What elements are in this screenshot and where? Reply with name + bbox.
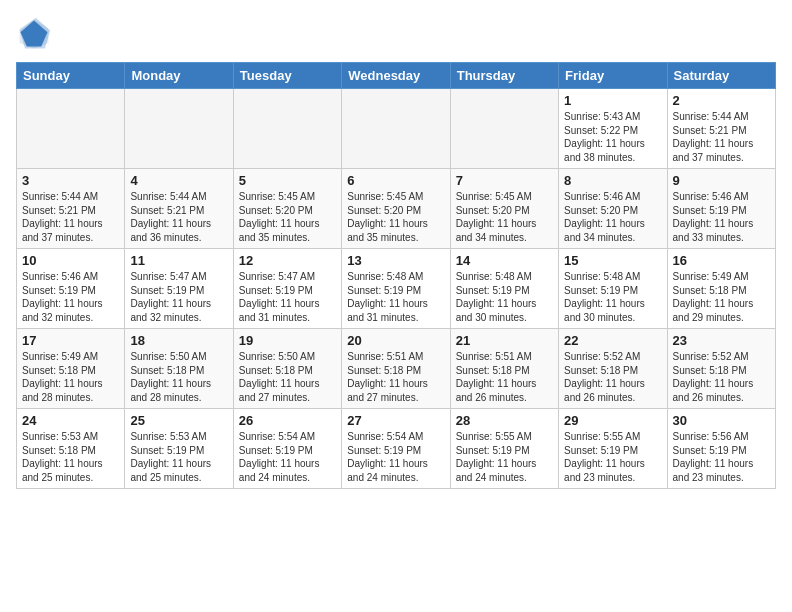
day-number: 28 [456,413,553,428]
day-number: 11 [130,253,227,268]
weekday-header: Monday [125,63,233,89]
weekday-header: Friday [559,63,667,89]
calendar-cell [233,89,341,169]
day-number: 7 [456,173,553,188]
calendar-header-row: SundayMondayTuesdayWednesdayThursdayFrid… [17,63,776,89]
calendar-cell: 30Sunrise: 5:56 AM Sunset: 5:19 PM Dayli… [667,409,775,489]
day-info: Sunrise: 5:46 AM Sunset: 5:19 PM Dayligh… [22,270,119,324]
day-number: 29 [564,413,661,428]
day-info: Sunrise: 5:48 AM Sunset: 5:19 PM Dayligh… [564,270,661,324]
day-number: 23 [673,333,770,348]
calendar-cell: 19Sunrise: 5:50 AM Sunset: 5:18 PM Dayli… [233,329,341,409]
day-number: 6 [347,173,444,188]
day-number: 9 [673,173,770,188]
weekday-header: Wednesday [342,63,450,89]
calendar-cell: 13Sunrise: 5:48 AM Sunset: 5:19 PM Dayli… [342,249,450,329]
day-number: 1 [564,93,661,108]
calendar-cell: 6Sunrise: 5:45 AM Sunset: 5:20 PM Daylig… [342,169,450,249]
day-number: 3 [22,173,119,188]
day-number: 13 [347,253,444,268]
day-number: 27 [347,413,444,428]
day-info: Sunrise: 5:44 AM Sunset: 5:21 PM Dayligh… [673,110,770,164]
day-info: Sunrise: 5:45 AM Sunset: 5:20 PM Dayligh… [239,190,336,244]
day-number: 5 [239,173,336,188]
calendar-cell: 18Sunrise: 5:50 AM Sunset: 5:18 PM Dayli… [125,329,233,409]
weekday-header: Tuesday [233,63,341,89]
day-info: Sunrise: 5:48 AM Sunset: 5:19 PM Dayligh… [347,270,444,324]
day-number: 25 [130,413,227,428]
day-info: Sunrise: 5:52 AM Sunset: 5:18 PM Dayligh… [673,350,770,404]
day-number: 14 [456,253,553,268]
calendar-cell: 11Sunrise: 5:47 AM Sunset: 5:19 PM Dayli… [125,249,233,329]
calendar-cell: 27Sunrise: 5:54 AM Sunset: 5:19 PM Dayli… [342,409,450,489]
day-info: Sunrise: 5:43 AM Sunset: 5:22 PM Dayligh… [564,110,661,164]
day-number: 10 [22,253,119,268]
calendar-cell: 17Sunrise: 5:49 AM Sunset: 5:18 PM Dayli… [17,329,125,409]
calendar-week-row: 10Sunrise: 5:46 AM Sunset: 5:19 PM Dayli… [17,249,776,329]
calendar-cell: 23Sunrise: 5:52 AM Sunset: 5:18 PM Dayli… [667,329,775,409]
calendar-cell: 15Sunrise: 5:48 AM Sunset: 5:19 PM Dayli… [559,249,667,329]
day-info: Sunrise: 5:47 AM Sunset: 5:19 PM Dayligh… [130,270,227,324]
day-info: Sunrise: 5:44 AM Sunset: 5:21 PM Dayligh… [130,190,227,244]
calendar-cell: 8Sunrise: 5:46 AM Sunset: 5:20 PM Daylig… [559,169,667,249]
calendar-cell: 5Sunrise: 5:45 AM Sunset: 5:20 PM Daylig… [233,169,341,249]
day-info: Sunrise: 5:48 AM Sunset: 5:19 PM Dayligh… [456,270,553,324]
calendar-cell [125,89,233,169]
calendar-cell: 7Sunrise: 5:45 AM Sunset: 5:20 PM Daylig… [450,169,558,249]
day-info: Sunrise: 5:55 AM Sunset: 5:19 PM Dayligh… [564,430,661,484]
calendar-cell: 29Sunrise: 5:55 AM Sunset: 5:19 PM Dayli… [559,409,667,489]
calendar-cell: 4Sunrise: 5:44 AM Sunset: 5:21 PM Daylig… [125,169,233,249]
day-number: 21 [456,333,553,348]
calendar-cell: 10Sunrise: 5:46 AM Sunset: 5:19 PM Dayli… [17,249,125,329]
day-number: 8 [564,173,661,188]
logo [16,16,58,52]
day-info: Sunrise: 5:51 AM Sunset: 5:18 PM Dayligh… [456,350,553,404]
calendar-week-row: 3Sunrise: 5:44 AM Sunset: 5:21 PM Daylig… [17,169,776,249]
calendar-cell [17,89,125,169]
day-number: 12 [239,253,336,268]
day-number: 4 [130,173,227,188]
day-info: Sunrise: 5:45 AM Sunset: 5:20 PM Dayligh… [456,190,553,244]
day-number: 2 [673,93,770,108]
calendar-cell: 21Sunrise: 5:51 AM Sunset: 5:18 PM Dayli… [450,329,558,409]
day-number: 26 [239,413,336,428]
day-number: 19 [239,333,336,348]
day-info: Sunrise: 5:46 AM Sunset: 5:19 PM Dayligh… [673,190,770,244]
day-number: 20 [347,333,444,348]
day-info: Sunrise: 5:51 AM Sunset: 5:18 PM Dayligh… [347,350,444,404]
calendar-cell: 25Sunrise: 5:53 AM Sunset: 5:19 PM Dayli… [125,409,233,489]
day-info: Sunrise: 5:52 AM Sunset: 5:18 PM Dayligh… [564,350,661,404]
day-number: 24 [22,413,119,428]
calendar-cell: 3Sunrise: 5:44 AM Sunset: 5:21 PM Daylig… [17,169,125,249]
page-header [16,16,776,52]
day-number: 30 [673,413,770,428]
calendar-cell: 12Sunrise: 5:47 AM Sunset: 5:19 PM Dayli… [233,249,341,329]
day-number: 16 [673,253,770,268]
day-info: Sunrise: 5:55 AM Sunset: 5:19 PM Dayligh… [456,430,553,484]
weekday-header: Saturday [667,63,775,89]
calendar-cell: 9Sunrise: 5:46 AM Sunset: 5:19 PM Daylig… [667,169,775,249]
calendar-cell: 16Sunrise: 5:49 AM Sunset: 5:18 PM Dayli… [667,249,775,329]
day-info: Sunrise: 5:54 AM Sunset: 5:19 PM Dayligh… [239,430,336,484]
day-info: Sunrise: 5:49 AM Sunset: 5:18 PM Dayligh… [673,270,770,324]
day-info: Sunrise: 5:54 AM Sunset: 5:19 PM Dayligh… [347,430,444,484]
day-info: Sunrise: 5:47 AM Sunset: 5:19 PM Dayligh… [239,270,336,324]
weekday-header: Sunday [17,63,125,89]
day-number: 18 [130,333,227,348]
calendar-cell [450,89,558,169]
day-info: Sunrise: 5:53 AM Sunset: 5:18 PM Dayligh… [22,430,119,484]
calendar-week-row: 17Sunrise: 5:49 AM Sunset: 5:18 PM Dayli… [17,329,776,409]
calendar-cell [342,89,450,169]
calendar-cell: 14Sunrise: 5:48 AM Sunset: 5:19 PM Dayli… [450,249,558,329]
day-info: Sunrise: 5:50 AM Sunset: 5:18 PM Dayligh… [130,350,227,404]
calendar-week-row: 1Sunrise: 5:43 AM Sunset: 5:22 PM Daylig… [17,89,776,169]
calendar-cell: 24Sunrise: 5:53 AM Sunset: 5:18 PM Dayli… [17,409,125,489]
calendar-cell: 26Sunrise: 5:54 AM Sunset: 5:19 PM Dayli… [233,409,341,489]
day-number: 22 [564,333,661,348]
weekday-header: Thursday [450,63,558,89]
day-info: Sunrise: 5:46 AM Sunset: 5:20 PM Dayligh… [564,190,661,244]
calendar-table: SundayMondayTuesdayWednesdayThursdayFrid… [16,62,776,489]
day-number: 17 [22,333,119,348]
calendar-cell: 20Sunrise: 5:51 AM Sunset: 5:18 PM Dayli… [342,329,450,409]
calendar-cell: 2Sunrise: 5:44 AM Sunset: 5:21 PM Daylig… [667,89,775,169]
